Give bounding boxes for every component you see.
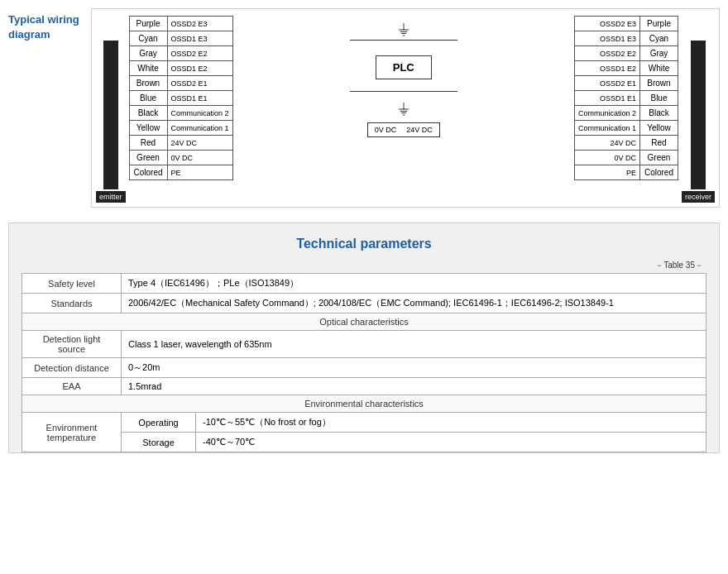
row-value-standards: 2006/42/EC（Mechanical Safety Command）; 2… [122,294,706,313]
tech-section: Technical parameters －Table 35－ Safety l… [8,222,720,453]
right-wire-table: OSSD2 E3Purple OSSD1 E3Cyan OSSD2 E2Gray… [574,16,678,180]
row-label-distance: Detection distance [22,358,122,378]
table-row-env-operating: Environment temperature Operating -10℃～5… [22,413,706,433]
row-value-distance: 0～20m [122,358,706,378]
ground-bottom-symbol: ⏚ [399,98,409,117]
row-value-light-source: Class 1 laser, wavelength of 635nm [122,331,706,358]
row-label-standards: Standards [22,294,122,313]
row-label-eaa: EAA [22,378,122,395]
row-sublabel-operating: Operating [122,413,196,433]
emitter-label: emitter [96,191,126,203]
row-value-eaa: 1.5mrad [122,378,706,395]
power-0v-label: 0V DC [375,126,397,134]
wiring-section: Typical wiring diagram emitter PurpleOSS… [8,8,720,208]
plc-box: PLC [376,55,432,79]
wiring-title: Typical wiring diagram [8,8,91,42]
row-label-env-temp: Environment temperature [22,413,122,452]
table-ref: －Table 35－ [22,260,706,271]
left-wire-table: PurpleOSSD2 E3 CyanOSSD1 E3 GrayOSSD2 E2… [129,16,233,180]
table-row-optical-header: Optical characteristics [22,313,706,331]
row-label-safety: Safety level [22,274,122,294]
table-row: Safety level Type 4（IEC61496）；PLe（ISO138… [22,274,706,294]
env-header: Environmental characteristics [22,395,706,413]
row-value-safety: Type 4（IEC61496）；PLe（ISO13849） [122,274,706,294]
ground-top-symbol: ⏚ [399,19,409,38]
optical-header: Optical characteristics [22,313,706,331]
receiver-label: receiver [682,191,715,203]
row-value-operating: -10℃～55℃（No frost or fog） [196,413,706,433]
diagram-container: emitter PurpleOSSD2 E3 CyanOSSD1 E3 Gray… [91,8,720,208]
table-row: EAA 1.5mrad [22,378,706,395]
table-row-env-storage: Storage -40℃～70℃ [22,433,706,452]
table-row: Detection distance 0～20m [22,358,706,378]
tech-title: Technical parameters [22,232,706,260]
row-label-light-source: Detection light source [22,331,122,358]
table-row: Standards 2006/42/EC（Mechanical Safety C… [22,294,706,313]
table-row: Detection light source Class 1 laser, wa… [22,331,706,358]
row-sublabel-storage: Storage [122,433,196,452]
power-24v-label: 24V DC [406,126,433,134]
row-value-storage: -40℃～70℃ [196,433,706,452]
params-table: Safety level Type 4（IEC61496）；PLe（ISO138… [22,273,706,452]
table-row-env-header: Environmental characteristics [22,395,706,413]
